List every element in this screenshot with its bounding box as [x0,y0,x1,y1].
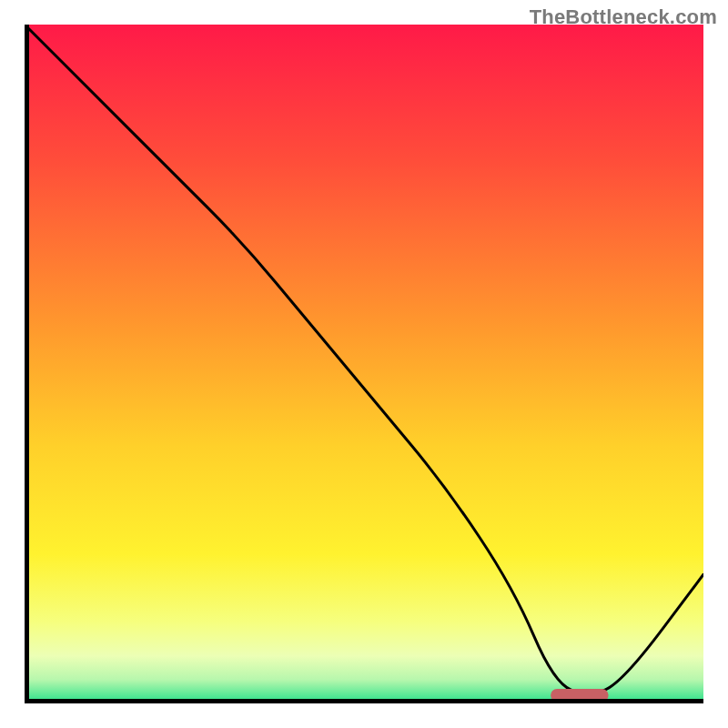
bottleneck-chart [25,25,703,703]
chart-svg [25,25,703,703]
